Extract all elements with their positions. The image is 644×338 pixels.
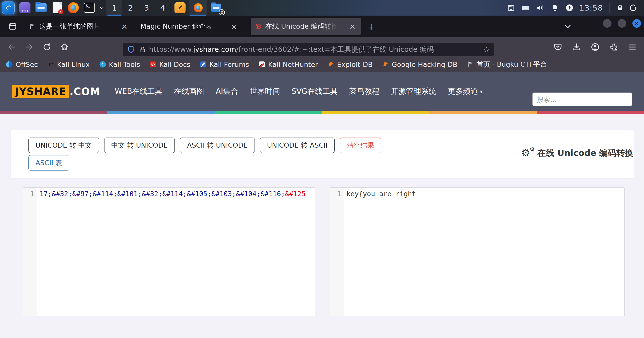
text-editor-button[interactable]: ! bbox=[49, 0, 65, 16]
nav-runoob[interactable]: 菜鸟教程 bbox=[343, 86, 385, 97]
kali-panel: ! $_ 1 2 3 4 2 bbox=[0, 0, 644, 16]
terminal-icon: $_ bbox=[84, 3, 95, 13]
padlock-icon[interactable] bbox=[139, 46, 147, 53]
terminal-button[interactable]: $_ bbox=[81, 0, 97, 16]
tab-3-active[interactable]: 在线 Unicode 编码转换 × bbox=[251, 18, 361, 35]
bookmark-kali-forums[interactable]: Kali Forums bbox=[199, 61, 249, 68]
unicode-to-ascii-button[interactable]: UNICODE 转 ASCII bbox=[260, 138, 335, 153]
logo-jyshare: JYSHARE bbox=[12, 85, 69, 98]
taskbar-window-editor[interactable] bbox=[171, 0, 189, 16]
bookmark-exploit-db[interactable]: Exploit-DB bbox=[327, 61, 373, 68]
tool-title-text: 在线 Unicode 编码转换 bbox=[537, 147, 633, 159]
firefox-view-button[interactable] bbox=[6, 19, 20, 33]
pocket-icon bbox=[553, 43, 562, 52]
app-menu-button[interactable] bbox=[17, 0, 33, 16]
kali-forums-favicon bbox=[199, 61, 207, 68]
new-tab-button[interactable]: + bbox=[366, 21, 377, 32]
clock[interactable]: 13:58 bbox=[577, 3, 605, 12]
tab-close-button[interactable]: × bbox=[229, 22, 238, 31]
site-search-input[interactable] bbox=[532, 93, 632, 106]
bookmark-bugku[interactable]: 首页 - Bugku CTF平台 bbox=[467, 60, 547, 69]
workspace-4[interactable]: 4 bbox=[155, 0, 171, 16]
source-code-area[interactable]: 17;&#32;&#97;&#114;&#101;&#32;&#114;&#10… bbox=[37, 188, 315, 316]
menu-button[interactable] bbox=[625, 40, 639, 54]
terminal-dropdown-button[interactable] bbox=[97, 0, 106, 16]
firefox-launcher-button[interactable] bbox=[65, 0, 81, 16]
offsec-favicon bbox=[6, 61, 13, 68]
url-bar[interactable]: https://www.jyshare.com/front-end/3602/#… bbox=[123, 43, 494, 56]
download-icon bbox=[572, 43, 581, 52]
window-minimize-button[interactable] bbox=[603, 19, 612, 28]
site-logo[interactable]: JYSHARE .COM bbox=[12, 85, 100, 98]
url-text[interactable]: https://www.jyshare.com/front-end/3602/#… bbox=[149, 45, 480, 54]
bookmark-google-hacking-db[interactable]: Google Hacking DB bbox=[382, 61, 457, 68]
nav-oss[interactable]: 开源管理系统 bbox=[385, 86, 442, 97]
taskbar-window-files[interactable]: 2 bbox=[207, 0, 225, 16]
source-editor[interactable]: 1 17;&#32;&#97;&#114;&#101;&#32;&#114;&#… bbox=[23, 187, 315, 316]
speaker-icon bbox=[536, 3, 545, 12]
pocket-button[interactable] bbox=[551, 40, 565, 54]
nav-ai[interactable]: AI集合 bbox=[210, 86, 244, 97]
keyboard-tray-button[interactable] bbox=[518, 0, 533, 16]
flag-favicon bbox=[29, 23, 36, 30]
reload-icon bbox=[42, 43, 51, 52]
firefox-icon bbox=[194, 3, 203, 12]
document-icon: ! bbox=[53, 2, 62, 13]
lock-icon bbox=[616, 4, 624, 12]
result-editor[interactable]: 1 key{you are right bbox=[330, 187, 625, 316]
back-arrow-icon bbox=[7, 43, 16, 52]
workspace-2[interactable]: 2 bbox=[122, 0, 138, 16]
nav-more-channels[interactable]: 更多频道 ▾ bbox=[442, 86, 488, 97]
file-manager-button[interactable] bbox=[33, 0, 49, 16]
clear-results-button[interactable]: 清空结果 bbox=[340, 138, 381, 153]
nav-world-time[interactable]: 世界时间 bbox=[244, 86, 286, 97]
reload-button[interactable] bbox=[40, 40, 54, 54]
forward-arrow-icon bbox=[25, 43, 34, 52]
bookmark-kali-tools[interactable]: Kali Tools bbox=[99, 61, 140, 68]
ethernet-icon bbox=[507, 4, 515, 12]
account-button[interactable] bbox=[588, 40, 602, 54]
extensions-button[interactable] bbox=[607, 40, 621, 54]
line-number: 1 bbox=[23, 190, 34, 198]
downloads-button[interactable] bbox=[569, 40, 584, 54]
forward-button[interactable] bbox=[22, 40, 36, 54]
taskbar-window-firefox[interactable] bbox=[189, 0, 207, 16]
ascii-to-unicode-button[interactable]: ASCII 转 UNICODE bbox=[180, 138, 255, 153]
network-tray-button[interactable] bbox=[504, 0, 518, 16]
firefox-nav-toolbar: https://www.jyshare.com/front-end/3602/#… bbox=[0, 37, 644, 57]
home-button[interactable] bbox=[57, 40, 71, 54]
workspace-1[interactable]: 1 bbox=[106, 0, 122, 16]
bookmark-offsec[interactable]: OffSec bbox=[6, 61, 38, 68]
list-all-tabs-button[interactable] bbox=[563, 22, 573, 31]
bookmark-kali-linux[interactable]: Kali Linux bbox=[47, 61, 90, 68]
volume-tray-button[interactable] bbox=[533, 0, 548, 16]
bookmark-kali-nethunter[interactable]: Kali NetHunter bbox=[258, 61, 318, 68]
nav-svg-tools[interactable]: SVG在线工具 bbox=[286, 86, 343, 97]
tab-close-button[interactable]: × bbox=[348, 22, 357, 31]
workspace-3[interactable]: 3 bbox=[138, 0, 155, 16]
firefox-view-icon bbox=[8, 22, 17, 31]
nav-drawing[interactable]: 在线画图 bbox=[168, 86, 210, 97]
tab-separator bbox=[22, 21, 22, 32]
kali-menu-button[interactable] bbox=[0, 0, 17, 16]
tab-close-button[interactable]: × bbox=[120, 22, 129, 31]
nav-web-tools[interactable]: WEB在线工具 bbox=[109, 86, 168, 97]
kali-docs-favicon bbox=[149, 61, 157, 68]
unicode-to-chinese-button[interactable]: UNICODE 转 中文 bbox=[28, 138, 99, 153]
bookmark-star-icon[interactable]: ☆ bbox=[483, 45, 490, 54]
notifications-tray-button[interactable] bbox=[548, 0, 562, 16]
tracking-shield-icon[interactable] bbox=[127, 45, 135, 54]
panel-separator bbox=[610, 3, 610, 13]
ascii-table-button[interactable]: ASCII 表 bbox=[28, 155, 69, 171]
window-maximize-button[interactable] bbox=[618, 19, 626, 28]
window-close-button[interactable]: × bbox=[632, 19, 641, 28]
tab-2[interactable]: Magic Number 速查表（ × bbox=[136, 16, 243, 37]
back-button[interactable] bbox=[5, 40, 19, 54]
power-manager-tray-button[interactable] bbox=[562, 0, 577, 16]
bookmark-kali-docs[interactable]: Kali Docs bbox=[149, 61, 190, 68]
tab-1[interactable]: 这是一张单纯的图片 × bbox=[24, 16, 133, 37]
lock-screen-button[interactable] bbox=[614, 0, 626, 16]
chinese-to-unicode-button[interactable]: 中文 转 UNICODE bbox=[104, 138, 175, 153]
logout-button[interactable] bbox=[626, 0, 640, 16]
result-code-area[interactable]: key{you are right bbox=[344, 188, 624, 316]
